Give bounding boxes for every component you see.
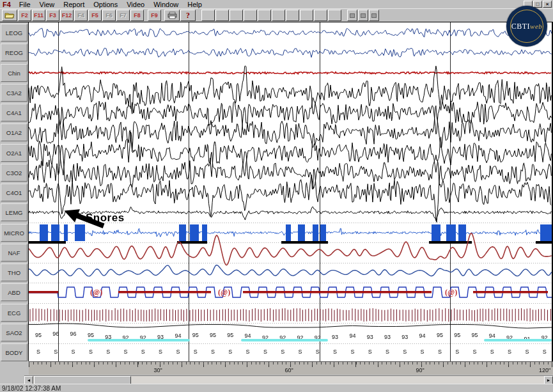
channel-label-chin[interactable]: Chin — [1, 64, 27, 82]
channel-label-tho[interactable]: THO — [1, 263, 27, 281]
fkey-button-f3[interactable]: F3 — [46, 10, 59, 21]
blank-toolbar-button[interactable] — [286, 10, 299, 21]
extra-tool-icon — [350, 13, 355, 18]
help-icon: ? — [186, 11, 190, 20]
channel-label-sao2[interactable]: SAO2 — [1, 324, 27, 341]
app-icon: F4 — [0, 1, 15, 8]
extra-toolbar-button[interactable] — [347, 10, 357, 21]
menu-item-video[interactable]: Video — [122, 1, 149, 8]
channel-label-micro[interactable]: MICRO — [1, 224, 27, 242]
fkey-button-f4[interactable]: F4 — [74, 10, 88, 21]
axis-minor-ticks — [29, 362, 553, 365]
channel-label-abd[interactable]: ABD — [1, 283, 27, 301]
fkey-button-f2[interactable]: F2 — [18, 10, 31, 21]
polysomnogram-canvas — [29, 22, 552, 361]
time-label-30s: 30" — [153, 367, 162, 373]
blank-toolbar-button[interactable] — [215, 10, 229, 21]
extra-toolbar-button[interactable] — [369, 10, 379, 21]
time-label-90s: 90" — [416, 367, 424, 373]
fkey-button-f7[interactable]: F7 — [116, 10, 130, 21]
extra-toolbar-button[interactable] — [358, 10, 368, 21]
open-folder-icon — [4, 12, 15, 19]
toolbar: F2F11F3F12F4F5F6F7F8F9 ? — [0, 8, 553, 22]
open-file-button[interactable] — [2, 10, 17, 21]
menu-item-report[interactable]: Report — [59, 1, 89, 8]
menu-item-file[interactable]: File — [15, 1, 35, 8]
extra-tool-icon — [361, 13, 366, 18]
channel-label-column: LEOGREOGChinC3A2C4A1O1A2O2A1C3O2C4O1LEMG… — [0, 22, 29, 361]
horizontal-scrollbar[interactable]: ◄ ► — [24, 375, 553, 384]
extra-icon-buttons — [347, 10, 380, 21]
blank-toolbar-button[interactable] — [230, 10, 243, 21]
channel-label-reog[interactable]: REOG — [1, 43, 27, 61]
channel-label-o2a1[interactable]: O2A1 — [1, 144, 27, 162]
time-label-60s: 60" — [284, 367, 293, 373]
menu-item-window[interactable]: Window — [149, 1, 183, 8]
cbtiweb-logo: CBTIweb — [506, 6, 547, 47]
fkey-button-f11[interactable]: F11 — [32, 10, 45, 21]
blank-toolbar-button[interactable] — [201, 10, 215, 21]
channel-label-o1a2[interactable]: O1A2 — [1, 123, 27, 141]
channel-label-c4o1[interactable]: C4O1 — [1, 184, 27, 201]
menu-item-help[interactable]: Help — [183, 1, 206, 8]
channel-label-c4a1[interactable]: C4A1 — [1, 104, 27, 122]
blank-toolbar-button[interactable] — [258, 10, 271, 21]
channel-label-c3a2[interactable]: C3A2 — [1, 84, 27, 102]
printer-icon — [167, 12, 177, 19]
channel-label-naf[interactable]: NAF — [1, 244, 27, 262]
channel-label-body[interactable]: BODY — [1, 343, 27, 361]
channel-label-leog[interactable]: LEOG — [1, 24, 27, 42]
menu-item-options[interactable]: Options — [89, 1, 122, 8]
menu-item-view[interactable]: View — [35, 1, 59, 8]
fkey-buttons: F2F11F3F12F4F5F6F7F8F9 — [18, 10, 162, 21]
status-datetime: 9/18/02 12:37:38 AM — [2, 385, 61, 392]
blank-toolbar-button[interactable] — [244, 10, 257, 21]
time-axis: 30" 60" 90" 120" — [29, 361, 553, 375]
fkey-button-f8[interactable]: F8 — [130, 10, 144, 21]
blank-toolbar-button[interactable] — [300, 10, 313, 21]
channel-label-lemg[interactable]: LEMG — [1, 203, 27, 221]
blank-toolbar-button[interactable] — [314, 10, 327, 21]
fkey-button-f6[interactable]: F6 — [102, 10, 116, 21]
restore-button[interactable]: □ — [533, 1, 542, 8]
time-label-120s: 120" — [539, 367, 550, 373]
fkey-button-f9[interactable]: F9 — [148, 10, 161, 21]
extra-tool-icon — [371, 13, 377, 18]
fkey-button-f5[interactable]: F5 — [88, 10, 102, 21]
print-button[interactable] — [164, 10, 180, 21]
fkey-button-f12[interactable]: F12 — [60, 10, 74, 21]
blank-toolbar-button[interactable] — [328, 10, 341, 21]
help-button[interactable]: ? — [180, 10, 196, 21]
channel-label-c3o2[interactable]: C3O2 — [1, 164, 27, 182]
menu-bar: F4 FileViewReportOptionsVideoWindowHelp … — [0, 0, 553, 8]
logo-text: CBTIweb — [511, 22, 543, 31]
blank-toolbar-button[interactable] — [272, 10, 285, 21]
blank-buttons — [201, 10, 342, 21]
menu-items: FileViewReportOptionsVideoWindowHelp — [15, 1, 206, 8]
status-bar: 9/18/02 12:37:38 AM — [0, 384, 553, 392]
channel-label-ecg[interactable]: ECG — [1, 304, 27, 322]
close-button[interactable]: × — [543, 1, 552, 8]
